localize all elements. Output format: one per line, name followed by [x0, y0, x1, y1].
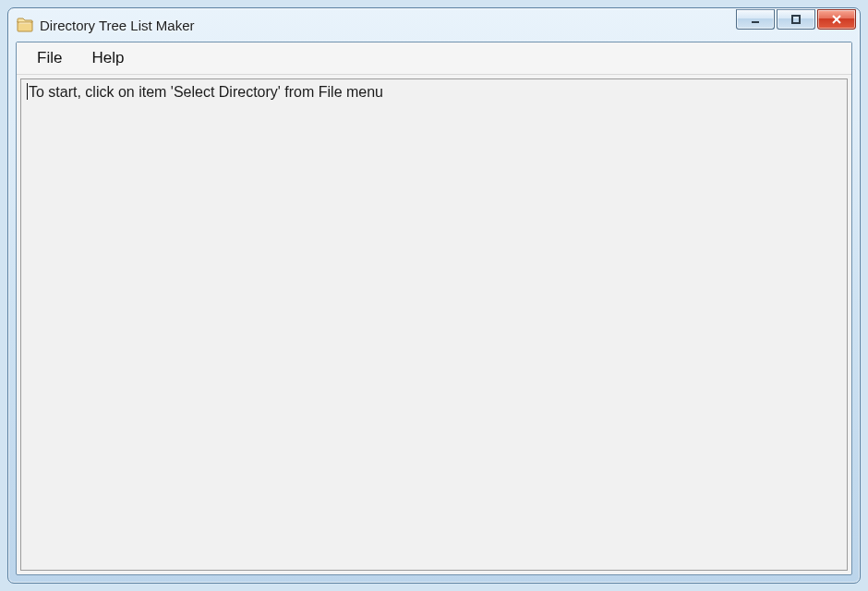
- svg-rect-1: [792, 16, 800, 23]
- menu-bar: File Help: [17, 42, 851, 75]
- app-folder-icon: [16, 16, 34, 34]
- placeholder-text: To start, click on item 'Select Director…: [29, 84, 383, 100]
- output-textarea[interactable]: To start, click on item 'Select Director…: [20, 78, 848, 571]
- menu-file[interactable]: File: [22, 45, 77, 71]
- text-caret-icon: [27, 83, 28, 100]
- close-button[interactable]: [817, 9, 856, 30]
- window-title: Directory Tree List Maker: [40, 18, 195, 33]
- minimize-button[interactable]: [736, 9, 775, 30]
- title-bar[interactable]: Directory Tree List Maker: [8, 8, 860, 42]
- maximize-button[interactable]: [777, 9, 815, 30]
- client-area: File Help To start, click on item 'Selec…: [16, 42, 852, 575]
- caption-buttons: [736, 8, 856, 42]
- menu-help[interactable]: Help: [77, 45, 139, 71]
- application-window: Directory Tree List Maker File Help To s…: [7, 7, 861, 584]
